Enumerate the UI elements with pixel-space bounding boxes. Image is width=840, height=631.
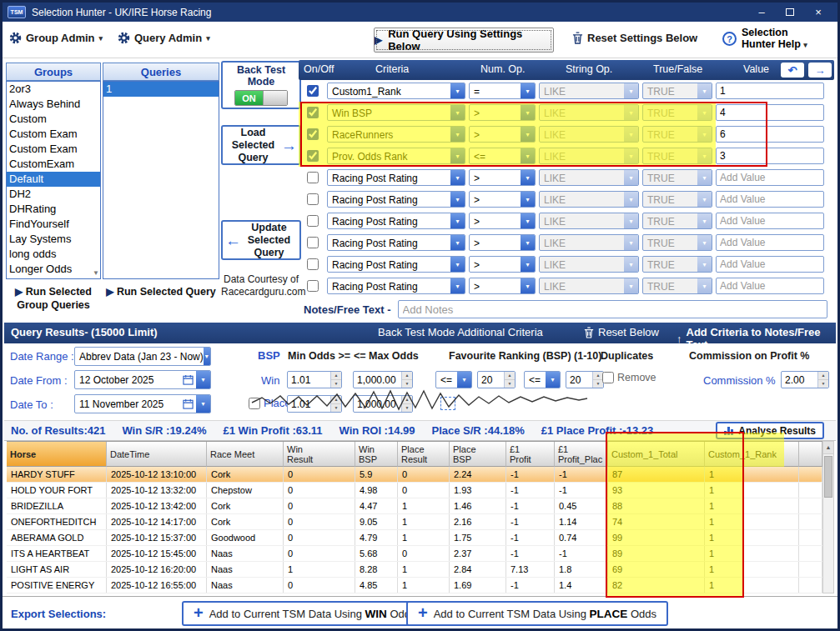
criteria-value-input[interactable] — [716, 213, 824, 229]
chevron-down-icon[interactable]: ▾ — [196, 395, 210, 413]
criteria-value-input[interactable] — [716, 191, 824, 208]
criteria-onoff-checkbox[interactable] — [307, 193, 319, 205]
table-row[interactable]: POSITIVE ENERGY 2025-10-12 16:55:00 Naas… — [7, 578, 822, 593]
chevron-down-icon[interactable]: ▾ — [521, 127, 535, 142]
group-item[interactable]: DHRating — [7, 202, 100, 217]
group-item[interactable]: Default — [7, 172, 100, 187]
criteria-value-input[interactable] — [716, 104, 824, 121]
chevron-down-icon[interactable]: ▾ — [450, 235, 465, 250]
update-selected-query-button[interactable]: ← Update Selected Query — [221, 220, 301, 260]
chevron-down-icon[interactable]: ▾ — [521, 235, 535, 250]
query-admin-menu[interactable]: Query Admin ▾ — [118, 32, 210, 44]
criteria-value-input[interactable] — [716, 234, 824, 251]
criteria-onoff-checkbox[interactable] — [307, 237, 319, 248]
criteria-select[interactable]: Racing Post Rating ▾ — [327, 256, 465, 273]
criteria-onoff-checkbox[interactable] — [307, 107, 319, 118]
column-header[interactable]: Race Meet — [207, 442, 284, 467]
remove-duplicates-checkbox[interactable] — [602, 372, 614, 383]
query-item[interactable]: 1 — [103, 82, 219, 97]
column-header[interactable]: Place Result — [398, 442, 450, 467]
criteria-value-input[interactable] — [716, 83, 824, 99]
add-place-odds-button[interactable]: + Add to Current TSM Data Using PLACE Od… — [406, 601, 668, 626]
table-row[interactable]: ABERAMA GOLD 2025-10-12 15:37:00 Goodwoo… — [7, 530, 822, 546]
criteria-select[interactable]: Win BSP ▾ — [327, 104, 465, 121]
criteria-onoff-checkbox[interactable] — [307, 128, 319, 140]
reset-below-button[interactable]: Reset Below — [584, 326, 659, 338]
date-from-picker[interactable]: 12 October 2025 ▾ — [74, 370, 211, 389]
chevron-down-icon[interactable]: ▾ — [521, 170, 535, 185]
criteria-onoff-checkbox[interactable] — [307, 150, 319, 162]
chevron-down-icon[interactable]: ▾ — [450, 127, 465, 142]
fav-high-spinner[interactable]: 20 ▲▼ — [566, 371, 604, 388]
num-op-select[interactable]: > ▾ — [469, 169, 536, 186]
scroll-down-icon[interactable]: ▼ — [93, 269, 99, 277]
criteria-value-input[interactable] — [716, 256, 824, 273]
group-item[interactable]: long odds — [7, 247, 100, 262]
column-header[interactable]: Custom_1_Total — [608, 442, 705, 467]
add-win-odds-button[interactable]: + Add to Current TSM Data Using WIN Odds — [182, 601, 428, 626]
column-header[interactable]: £1 Profit — [506, 442, 555, 467]
date-range-select[interactable]: Abbrev Data (Jan 23 - Now) ▾ — [74, 347, 211, 366]
place-max-odds-spinner[interactable]: 1,000.00 ▲▼ — [353, 395, 413, 413]
criteria-select[interactable]: Racing Post Rating ▾ — [327, 191, 465, 208]
num-op-select[interactable]: > ▾ — [469, 278, 536, 294]
criteria-select[interactable]: RaceRunners ▾ — [327, 126, 465, 143]
column-header[interactable]: Custom_1_Rank — [705, 442, 799, 467]
scroll-up-icon[interactable]: ▲ — [823, 442, 833, 454]
run-group-queries-button[interactable]: ▶ Run Selected Group Queries — [6, 285, 101, 312]
chevron-down-icon[interactable]: ▾ — [450, 278, 465, 293]
chevron-down-icon[interactable]: ▾ — [521, 257, 535, 272]
group-item[interactable]: Always Behind — [7, 97, 100, 112]
group-item[interactable]: FindYourself — [7, 217, 100, 232]
chevron-down-icon[interactable]: ▾ — [204, 348, 210, 365]
minimize-button[interactable]: – — [747, 3, 776, 22]
chevron-down-icon[interactable]: ▾ — [450, 257, 465, 272]
maximize-button[interactable] — [776, 3, 804, 22]
criteria-onoff-checkbox[interactable] — [307, 280, 319, 292]
table-row[interactable]: ONEFORTHEDITCH 2025-10-12 14:17:00 Cork … — [7, 514, 822, 530]
table-scrollbar[interactable]: ▲ — [822, 441, 834, 593]
chevron-down-icon[interactable]: ▾ — [546, 372, 560, 388]
close-button[interactable]: × — [804, 3, 832, 22]
num-op-select[interactable]: > ▾ — [469, 234, 536, 251]
criteria-select[interactable]: Custom1_Rank ▾ — [327, 83, 465, 99]
num-op-select[interactable]: = ▾ — [469, 83, 536, 99]
criteria-onoff-checkbox[interactable] — [307, 85, 319, 97]
criteria-value-input[interactable] — [716, 278, 824, 294]
column-header[interactable]: £1 Profit_Plac — [555, 442, 608, 467]
chevron-down-icon[interactable]: ▾ — [521, 105, 535, 120]
criteria-select[interactable]: Racing Post Rating ▾ — [327, 213, 465, 229]
scrollbar-thumb[interactable] — [824, 456, 832, 498]
group-item[interactable]: Custom — [7, 112, 100, 127]
run-selected-query-button[interactable]: ▶ Run Selected Query — [103, 285, 219, 298]
criteria-select[interactable]: Racing Post Rating ▾ — [327, 234, 465, 251]
chevron-down-icon[interactable]: ▾ — [450, 213, 465, 228]
chevron-down-icon[interactable]: ▾ — [521, 192, 535, 207]
group-item[interactable]: Custom Exam — [7, 142, 100, 157]
num-op-select[interactable]: <= ▾ — [469, 148, 536, 164]
column-header[interactable]: Horse — [7, 442, 107, 467]
group-item[interactable]: CustomExam — [7, 157, 100, 172]
groups-list[interactable]: 2or3 Always Behind Custom Custom Exam Cu… — [6, 81, 101, 279]
fav-op-high-select[interactable]: <= ▾ — [524, 371, 561, 388]
chevron-down-icon[interactable]: ▾ — [521, 83, 535, 98]
chevron-down-icon[interactable]: ▾ — [196, 371, 210, 388]
back-test-toggle[interactable]: ON — [234, 90, 288, 106]
num-op-select[interactable]: > ▾ — [469, 126, 536, 143]
num-op-select[interactable]: > ▾ — [469, 213, 536, 229]
num-op-select[interactable]: > ▾ — [469, 104, 536, 121]
group-item[interactable]: 2or3 — [7, 82, 100, 97]
queries-list[interactable]: 1 — [103, 81, 219, 279]
undo-button[interactable]: ↶ — [781, 63, 804, 78]
criteria-onoff-checkbox[interactable] — [307, 172, 319, 183]
criteria-select[interactable]: Prov. Odds Rank ▾ — [327, 148, 465, 164]
notes-input[interactable] — [398, 300, 827, 318]
table-row[interactable]: HOLD YOUR FORT 2025-10-12 13:32:00 Cheps… — [7, 483, 822, 498]
num-op-select[interactable]: > ▾ — [469, 256, 536, 273]
redo-button[interactable]: → — [808, 63, 832, 78]
win-max-odds-spinner[interactable]: 1,000.00 ▲▼ — [353, 371, 413, 388]
group-item[interactable]: Longer Odds — [7, 262, 100, 277]
chevron-down-icon[interactable]: ▾ — [450, 170, 465, 185]
criteria-value-input[interactable] — [716, 169, 824, 186]
chevron-down-icon[interactable]: ▾ — [521, 148, 535, 163]
